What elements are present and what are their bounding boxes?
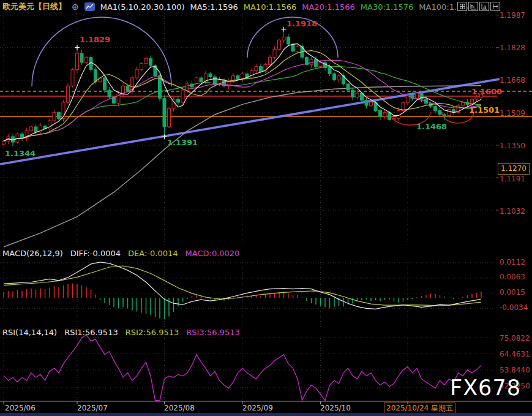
bottom-strip: [0, 413, 532, 416]
ma10-value: MA10:1.1566: [244, 2, 297, 12]
rsi2-value: RSI2:56.9513: [126, 328, 179, 337]
ma100-line: [4, 86, 481, 247]
time-tick: 2025/09: [242, 404, 273, 412]
price-tick: 1.1509: [500, 109, 525, 118]
price-tick: 1.1032: [500, 207, 525, 216]
axis-shrink-icon[interactable]: [479, 2, 489, 11]
time-tick: 2025/08: [164, 404, 195, 412]
time-tick: 2025/10: [320, 404, 351, 412]
annotation-low-june: 1.1344: [5, 149, 36, 158]
rsi-tick: 53.8440: [500, 366, 530, 374]
macd-header: MACD(26,12,9) DIFF:-0.0004 DEA:-0.0014 M…: [2, 249, 239, 258]
annotation-low-october: 1.1468: [416, 122, 447, 131]
ma5-value: MA5:1.1596: [190, 2, 238, 12]
time-tick: 2025/07: [77, 404, 108, 412]
scroll-right-icon[interactable]: [490, 2, 500, 11]
macd-tick: 0.0015: [500, 288, 525, 297]
chart-svg: [0, 0, 532, 416]
annotation-low-august: 1.1391: [167, 138, 198, 147]
chart-toolbar: [457, 2, 500, 11]
rsi-tick: 75.0822: [500, 334, 530, 342]
price-tick: 1.1828: [500, 43, 525, 52]
price-line-label-low: 1.1501: [469, 105, 500, 115]
symbol-title: 欧元美元【日线】: [2, 1, 66, 12]
rsi-line: [4, 335, 481, 401]
time-tick: 2025/06: [5, 404, 36, 412]
ma30-value: MA30:1.1576: [361, 2, 414, 12]
blue-arc-annotation: [32, 17, 171, 86]
annotation-high-july: 1.1829: [80, 35, 110, 44]
price-tick-highlight: 1.1270: [498, 163, 530, 175]
macd-dea-value: DEA:-0.0014: [128, 249, 178, 258]
rsi1-value: RSI1:56.9513: [64, 328, 118, 337]
axis-expand-icon[interactable]: [468, 2, 478, 11]
rsi3-value: RSI3:56.9513: [186, 328, 240, 337]
price-tick: 1.1191: [500, 175, 525, 183]
macd-tick: 0.0063: [500, 273, 525, 281]
annotation-high-sept: 1.1918: [287, 19, 317, 28]
price-tick: 1.1987: [500, 11, 525, 20]
circle-plus-icon[interactable]: ⊕: [72, 2, 79, 12]
rsi-tick: 64.4631: [500, 350, 530, 358]
macd-title[interactable]: MACD(26,12,9): [2, 249, 63, 258]
chart-canvas[interactable]: [0, 0, 532, 416]
price-tick: 1.1668: [500, 76, 525, 85]
macd-macd-value: MACD:0.0020: [185, 249, 240, 258]
chart-type-icon[interactable]: [84, 2, 95, 11]
chart-header: 欧元美元【日线】 ⊕ MA1(5,10,20,30,100) MA5:1.159…: [2, 1, 477, 12]
chart-window: 欧元美元【日线】 ⊕ MA1(5,10,20,30,100) MA5:1.159…: [0, 0, 532, 416]
watermark: FX678: [450, 376, 521, 400]
macd-tick: -0.0034: [500, 303, 528, 312]
price-tick: 1.1350: [500, 142, 525, 150]
rsi-header: RSI(14,14,14) RSI1:56.9513 RSI2:56.9513 …: [2, 328, 240, 337]
macd-tick: 0.0112: [500, 258, 525, 267]
ma20-value: MA20:1.1566: [302, 2, 355, 12]
ma-settings-label[interactable]: MA1(5,10,20,30,100): [100, 2, 185, 12]
pan-icon[interactable]: [457, 2, 467, 11]
macd-diff-value: DIFF:-0.0004: [70, 249, 121, 258]
rsi-title[interactable]: RSI(14,14,14): [2, 328, 57, 337]
price-line-label-high: 1.1600: [471, 87, 502, 96]
dea-line: [4, 266, 481, 306]
